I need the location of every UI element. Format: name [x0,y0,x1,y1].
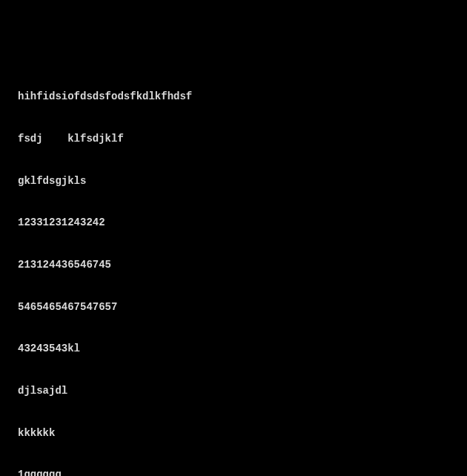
vim-editor[interactable]: hihfidsiofdsdsfodsfkdlkfhdsf fsdj klfsdj… [18,62,467,476]
buffer-line[interactable]: 12331231243242 [18,216,467,230]
buffer-line[interactable]: djlsajdl [18,384,467,398]
buffer-line[interactable]: kkkkkk [18,426,467,440]
buffer-line[interactable]: 1qqqqqq [18,468,467,476]
buffer-line[interactable]: 5465465467547657 [18,300,467,314]
buffer-line[interactable]: 43243543kl [18,342,467,356]
buffer-line[interactable]: fsdj klfsdjklf [18,132,467,146]
text-buffer[interactable]: hihfidsiofdsdsfodsfkdlkfhdsf fsdj klfsdj… [18,62,467,476]
buffer-line[interactable]: hihfidsiofdsdsfodsfkdlkfhdsf [18,90,467,104]
buffer-line[interactable]: 213124436546745 [18,258,467,272]
buffer-line[interactable]: gklfdsgjkls [18,174,467,188]
